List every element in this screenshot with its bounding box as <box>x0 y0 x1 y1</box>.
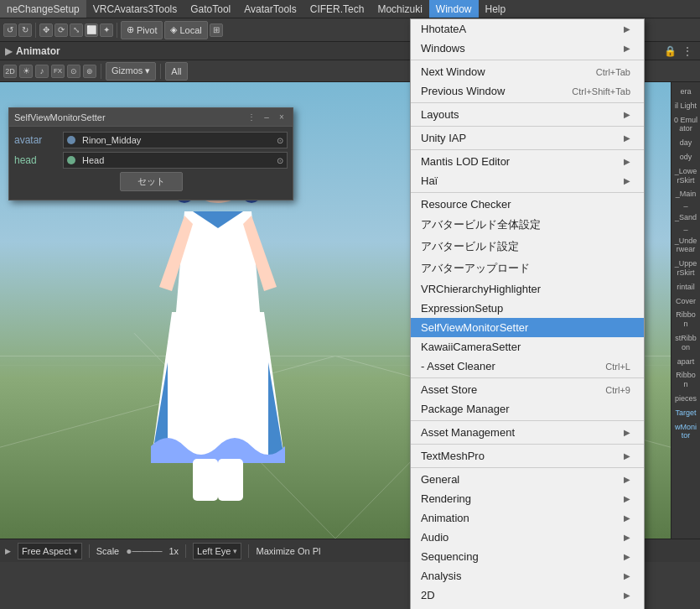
dm-item-animation[interactable]: Animation ▶ <box>411 508 644 528</box>
dm-item-hai[interactable]: Haï ▶ <box>411 171 644 190</box>
rp-item-light[interactable]: il Light <box>673 100 698 112</box>
rp-item-era[interactable]: era <box>673 86 698 98</box>
dm-item-selfview[interactable]: SelfViewMonitorSetter <box>411 318 644 337</box>
dm-item-analysis[interactable]: Analysis ▶ <box>411 566 644 586</box>
fw-menu-btn[interactable]: ⋮ <box>246 112 257 123</box>
rp-item-wmonitor[interactable]: wMonitor <box>673 421 698 443</box>
fw-head-value: Head <box>82 155 104 165</box>
dm-sep-5 <box>411 192 644 193</box>
pivot-button[interactable]: ⊕ Pivot <box>121 21 163 39</box>
rect-tool[interactable]: ⬜ <box>85 23 98 37</box>
light-toggle[interactable]: ☀ <box>19 65 33 78</box>
gizmos-dropdown[interactable]: Gizmos ▾ <box>106 62 156 81</box>
rp-item-ribbon[interactable]: Ribbon <box>673 309 698 331</box>
move-tool[interactable]: ✥ <box>39 23 53 37</box>
dm-item-avatar-build[interactable]: アバタービルド設定 <box>411 236 644 258</box>
dm-item-asset-cleaner[interactable]: - Asset Cleaner Ctrl+L <box>411 357 644 376</box>
dm-item-asset-mgmt[interactable]: Asset Management ▶ <box>411 423 644 442</box>
rp-item-body[interactable]: ody <box>673 151 698 164</box>
rp-item-ribbon2[interactable]: Ribbon <box>673 369 698 391</box>
rp-item-underwear[interactable]: _Underwear <box>673 235 698 257</box>
rp-item-stribb[interactable]: stRibbon <box>673 332 698 354</box>
fw-body: avatar Rinon_Midday ⊙ head Hea <box>9 127 293 200</box>
fw-avatar-value: Rinon_Midday <box>82 135 141 145</box>
dm-item-rendering[interactable]: Rendering ▶ <box>411 489 644 508</box>
rp-item-main[interactable]: _Main_ <box>673 188 698 210</box>
menubar-item-nechangesetup[interactable]: neChangeSetup <box>0 0 86 18</box>
scale-tool[interactable]: ⤡ <box>70 23 83 37</box>
dm-item-ai[interactable]: AI ▶ <box>411 605 644 609</box>
menubar-item-gatotool[interactable]: GatoTool <box>184 0 237 18</box>
lock-icon[interactable]: 🔒 <box>664 45 677 57</box>
dm-item-hhotatea[interactable]: HhotateA ▶ <box>411 19 644 39</box>
rp-item-target[interactable]: Target <box>673 407 698 419</box>
rp-item-cover[interactable]: Cover <box>673 295 698 308</box>
dm-arrow-assetmgmt: ▶ <box>624 428 630 437</box>
redo-button[interactable]: ↻ <box>18 23 32 37</box>
rotate-tool[interactable]: ⟳ <box>54 23 68 37</box>
dm-item-prev-window[interactable]: Previous Window Ctrl+Shift+Tab <box>411 81 644 101</box>
dm-item-asset-store[interactable]: Asset Store Ctrl+9 <box>411 380 644 399</box>
dm-item-package-manager[interactable]: Package Manager <box>411 399 644 419</box>
transform-tool[interactable]: ✦ <box>100 23 113 37</box>
local-icon: ◈ <box>170 24 177 35</box>
menubar-item-vrcavatars3tools[interactable]: VRCAvatars3Tools <box>86 0 184 18</box>
dm-item-audio[interactable]: Audio ▶ <box>411 528 644 547</box>
fw-avatar-dot <box>67 136 75 144</box>
fw-avatar-field[interactable]: Rinon_Midday ⊙ <box>63 132 288 148</box>
set-button[interactable]: セット <box>120 172 183 191</box>
rp-item-lowerskirt[interactable]: _LowerSkirt <box>673 165 698 187</box>
dm-arrow-layouts: ▶ <box>624 110 630 119</box>
rp-item-pieces[interactable]: pieces <box>673 393 698 405</box>
fw-minimize-btn[interactable]: – <box>261 112 272 123</box>
dm-item-kawaii[interactable]: KawaiiCameraSetter <box>411 337 644 357</box>
fx-toggle[interactable]: FX <box>51 65 65 78</box>
dm-item-next-window[interactable]: Next Window Ctrl+Tab <box>411 62 644 81</box>
extra-tool[interactable]: ⊞ <box>210 23 223 37</box>
fw-close-btn[interactable]: × <box>276 112 288 123</box>
dm-item-vrchierarchy[interactable]: VRChierarchyHighlighter <box>411 279 644 299</box>
rp-item-sand[interactable]: _Sand_ <box>673 211 698 233</box>
dm-item-expression-setup[interactable]: ExpressionSetup <box>411 299 644 318</box>
rp-item-emulator[interactable]: 0 Emulator <box>673 114 698 136</box>
dm-item-windows[interactable]: Windows ▶ <box>411 39 644 58</box>
rp-item-day[interactable]: day <box>673 137 698 149</box>
bb-sep3 <box>248 544 249 558</box>
dm-item-layouts[interactable]: Layouts ▶ <box>411 105 644 124</box>
local-button[interactable]: ◈ Local <box>164 21 207 39</box>
nav-toggle[interactable]: ⊚ <box>83 65 96 78</box>
undo-button[interactable]: ↺ <box>3 23 17 37</box>
dm-item-sequencing[interactable]: Sequencing ▶ <box>411 547 644 566</box>
audio-toggle[interactable]: ♪ <box>35 65 49 78</box>
2d-toggle[interactable]: 2D <box>3 65 17 78</box>
dm-sep-8 <box>411 444 644 445</box>
fw-titlebar[interactable]: SelfViewMonitorSetter ⋮ – × <box>9 108 293 127</box>
menubar-item-help[interactable]: Help <box>479 0 513 18</box>
more-icon[interactable]: ⋮ <box>682 44 693 58</box>
menubar-item-avatartools[interactable]: AvatarTools <box>237 0 303 18</box>
dm-arrow-mantis: ▶ <box>624 157 630 166</box>
menubar-item-mochizuki[interactable]: Mochizuki <box>371 0 428 18</box>
all-dropdown[interactable]: All <box>165 62 187 81</box>
dm-item-unity-iap[interactable]: Unity IAP ▶ <box>411 128 644 148</box>
rp-item-apart[interactable]: apart <box>673 356 698 368</box>
dm-item-mantis[interactable]: Mantis LOD Editor ▶ <box>411 152 644 171</box>
scene-toggle[interactable]: ⊙ <box>67 65 80 78</box>
menubar-item-cifertech[interactable]: CIFER.Tech <box>303 0 371 18</box>
dm-item-2d[interactable]: 2D ▶ <box>411 586 644 605</box>
aspect-selector[interactable]: Free Aspect ▾ <box>18 543 82 560</box>
fw-head-field[interactable]: Head ⊙ <box>63 152 288 169</box>
dm-item-avatar-upload[interactable]: アバターアップロード <box>411 258 644 279</box>
rp-item-rintail[interactable]: rintail <box>673 281 698 294</box>
eye-label: Left Eye <box>197 546 231 556</box>
menubar-item-window[interactable]: Window <box>429 0 479 18</box>
dm-item-avatar-build-all[interactable]: アバタービルド全体設定 <box>411 214 644 236</box>
dm-item-resource-checker[interactable]: Resource Checker <box>411 195 644 214</box>
svg-rect-13 <box>218 459 243 501</box>
dm-item-textmeshpro[interactable]: TextMeshPro ▶ <box>411 446 644 466</box>
dm-item-general[interactable]: General ▶ <box>411 470 644 489</box>
scale-slider[interactable]: ●——— <box>126 545 162 557</box>
eye-selector[interactable]: Left Eye ▾ <box>193 543 241 560</box>
rp-item-upperskirt[interactable]: _UpperSkirt <box>673 258 698 279</box>
menubar: neChangeSetup VRCAvatars3Tools GatoTool … <box>0 0 700 18</box>
